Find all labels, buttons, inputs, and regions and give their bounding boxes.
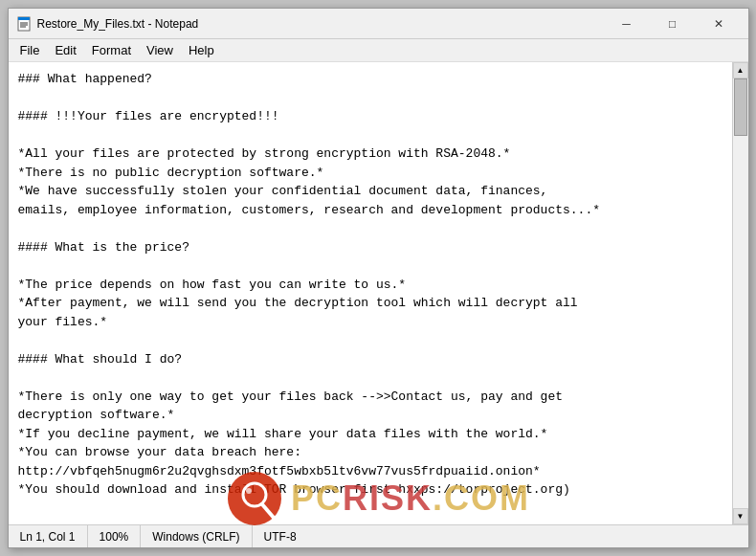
scrollbar[interactable]: ▲ ▼ xyxy=(732,62,748,524)
window-controls: ─ □ ✕ xyxy=(605,11,741,37)
status-bar: Ln 1, Col 1 100% Windows (CRLF) UTF-8 xyxy=(9,524,748,547)
content-wrapper: ### What happened? #### !!!Your files ar… xyxy=(9,62,748,524)
status-zoom: 100% xyxy=(88,525,142,547)
menu-file[interactable]: File xyxy=(12,41,48,59)
status-line-col: Ln 1, Col 1 xyxy=(9,525,88,547)
status-line-ending: Windows (CRLF) xyxy=(141,525,252,547)
menu-edit[interactable]: Edit xyxy=(47,41,83,59)
scroll-up-button[interactable]: ▲ xyxy=(733,62,748,78)
scroll-thumb[interactable] xyxy=(734,78,747,136)
menu-help[interactable]: Help xyxy=(181,41,222,59)
menu-bar: File Edit Format View Help xyxy=(9,39,748,62)
text-content[interactable]: ### What happened? #### !!!Your files ar… xyxy=(9,62,732,524)
notepad-window: Restore_My_Files.txt - Notepad ─ □ ✕ Fil… xyxy=(8,8,749,548)
close-button[interactable]: ✕ xyxy=(697,11,741,37)
app-icon xyxy=(16,16,32,32)
menu-view[interactable]: View xyxy=(139,41,181,59)
title-bar: Restore_My_Files.txt - Notepad ─ □ ✕ xyxy=(9,9,748,39)
svg-rect-1 xyxy=(18,17,30,20)
menu-format[interactable]: Format xyxy=(84,41,139,59)
minimize-button[interactable]: ─ xyxy=(605,11,649,37)
maximize-button[interactable]: □ xyxy=(651,11,695,37)
status-encoding: UTF-8 xyxy=(253,525,308,547)
scroll-track[interactable] xyxy=(733,78,748,508)
scroll-down-button[interactable]: ▼ xyxy=(733,508,748,524)
window-title: Restore_My_Files.txt - Notepad xyxy=(37,17,605,31)
